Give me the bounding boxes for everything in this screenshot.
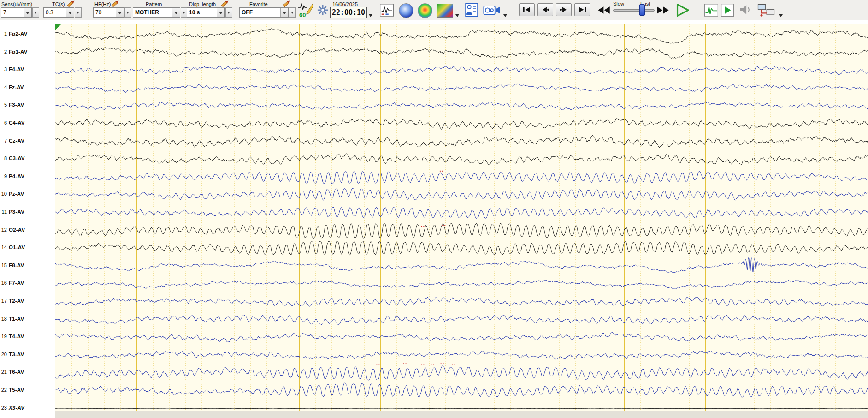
tc-select[interactable]: 0.3	[43, 7, 74, 18]
patient-info-icon[interactable]	[465, 3, 478, 17]
channel-row[interactable]: 18T1-AV	[0, 316, 55, 323]
topo-map-rainbow-icon[interactable]	[418, 3, 432, 18]
channel-row[interactable]: 15F8-AV	[0, 263, 55, 269]
speed-slider-track[interactable]	[613, 9, 655, 12]
channel-row[interactable]: 12O2-AV	[0, 227, 55, 234]
speed-slow-label: Slow	[613, 1, 624, 6]
video-icon[interactable]	[483, 4, 501, 17]
date-display: 16/06/2025	[332, 1, 358, 7]
maps-more-arrow[interactable]	[455, 14, 459, 19]
chevron-down-icon[interactable]	[172, 8, 180, 17]
channel-number: 7	[0, 138, 7, 143]
tc-extra-dropdown[interactable]	[75, 7, 82, 18]
channel-number: 4	[0, 84, 7, 90]
channel-label: T5-AV	[9, 387, 24, 393]
channel-row[interactable]: 4Fz-AV	[0, 84, 55, 91]
step-back-icon	[541, 6, 550, 13]
skip-end-button[interactable]	[574, 3, 590, 16]
channel-row[interactable]: 23X3-AV	[0, 405, 55, 412]
channel-row[interactable]: 3F4-AV	[0, 66, 55, 73]
channel-row[interactable]: 9P4-AV	[0, 173, 55, 180]
edit-pencil-icon	[112, 1, 118, 7]
channel-number: 6	[0, 120, 7, 125]
green-play-icon[interactable]	[721, 4, 734, 17]
channel-label: X3-AV	[9, 405, 24, 411]
skip-start-button[interactable]	[519, 3, 535, 16]
favorite-select[interactable]: OFF	[239, 7, 289, 18]
channel-number: 19	[0, 334, 7, 339]
probe-60-notch-icon[interactable]: 60	[297, 2, 314, 18]
trend-box-icon[interactable]	[380, 4, 394, 17]
channel-row[interactable]: 22T5-AV	[0, 387, 55, 394]
display-length-extra-dropdown[interactable]	[225, 7, 232, 18]
speed-slider-handle[interactable]	[639, 4, 645, 16]
eeg-canvas[interactable]	[55, 20, 868, 411]
network-icon[interactable]	[757, 3, 775, 17]
channel-label: P4-AV	[9, 173, 24, 179]
pattern-select[interactable]: MOTHER	[133, 7, 180, 18]
step-back-button[interactable]	[537, 3, 553, 16]
hf-extra-dropdown[interactable]	[124, 7, 131, 18]
eeg-chart-area[interactable]	[55, 20, 868, 411]
chevron-down-icon[interactable]	[217, 8, 224, 17]
tc-value: 0.3	[44, 9, 66, 16]
step-forward-icon	[559, 6, 568, 13]
channel-row[interactable]: 1Fp2-AV	[0, 31, 55, 38]
channel-label: F7-AV	[9, 280, 24, 286]
channel-row[interactable]: 16F7-AV	[0, 280, 55, 287]
channel-number: 3	[0, 66, 7, 72]
channel-row[interactable]: 7Cz-AV	[0, 138, 55, 145]
chevron-down-icon[interactable]	[24, 8, 31, 17]
channel-row[interactable]: 2Fp1-AV	[0, 49, 55, 56]
channel-row[interactable]: 20T3-AV	[0, 352, 55, 358]
skip-start-icon	[522, 6, 531, 13]
channel-row[interactable]: 21T6-AV	[0, 369, 55, 376]
clock-more-arrow[interactable]	[369, 14, 372, 19]
sensitivity-select[interactable]: 7	[1, 7, 32, 18]
tools-more-arrow[interactable]	[779, 14, 783, 19]
display-length-select[interactable]: 10 s	[187, 7, 225, 18]
colormap-icon[interactable]	[437, 4, 453, 18]
channel-label: T2-AV	[9, 298, 24, 304]
chevron-down-icon[interactable]	[116, 8, 124, 17]
step-forward-button[interactable]	[556, 3, 572, 16]
chevron-down-icon[interactable]	[66, 8, 74, 17]
channel-number: 9	[0, 173, 7, 179]
pattern-value: MOTHER	[133, 9, 172, 16]
channel-number: 16	[0, 280, 7, 286]
topo-map-blue-icon[interactable]	[399, 3, 413, 18]
channel-label: O1-AV	[9, 245, 25, 250]
channel-row[interactable]: 19T4-AV	[0, 334, 55, 340]
channel-number: 18	[0, 316, 7, 322]
pattern-label: Pattern	[146, 1, 162, 7]
settings-gear-icon[interactable]	[316, 4, 329, 17]
play-button[interactable]	[674, 2, 691, 18]
display-length-value: 10 s	[187, 9, 217, 16]
green-trend-icon[interactable]	[704, 4, 718, 17]
channel-number: 10	[0, 191, 7, 197]
horizontal-scrollbar[interactable]	[55, 411, 868, 418]
channel-row[interactable]: 5F3-AV	[0, 102, 55, 109]
rewind-button[interactable]	[597, 6, 610, 14]
video-more-arrow[interactable]	[503, 14, 507, 19]
sensitivity-extra-dropdown[interactable]	[32, 7, 39, 18]
speaker-icon[interactable]	[738, 4, 751, 16]
display-length-label: Disp. length	[189, 1, 216, 7]
favorite-label: Favorite	[249, 1, 268, 7]
channel-label: P3-AV	[9, 209, 24, 215]
channel-number: 1	[0, 31, 7, 36]
channel-label-column: 1Fp2-AV2Fp1-AV3F4-AV4Fz-AV5F3-AV6C4-AV7C…	[0, 20, 55, 411]
hf-select[interactable]: 70	[93, 7, 124, 18]
favorite-extra-dropdown[interactable]	[289, 7, 296, 18]
chevron-down-icon[interactable]	[280, 8, 288, 17]
channel-row[interactable]: 11P3-AV	[0, 209, 55, 216]
channel-row[interactable]: 14O1-AV	[0, 245, 55, 251]
channel-row[interactable]: 17T2-AV	[0, 298, 55, 305]
channel-row[interactable]: 10Pz-AV	[0, 191, 55, 198]
tc-label: TC(s)	[52, 1, 65, 7]
channel-label: Fp2-AV	[9, 31, 28, 36]
channel-number: 2	[0, 49, 7, 54]
channel-row[interactable]: 6C4-AV	[0, 120, 55, 127]
channel-row[interactable]: 8C3-AV	[0, 155, 55, 162]
fast-forward-button[interactable]	[656, 6, 669, 14]
